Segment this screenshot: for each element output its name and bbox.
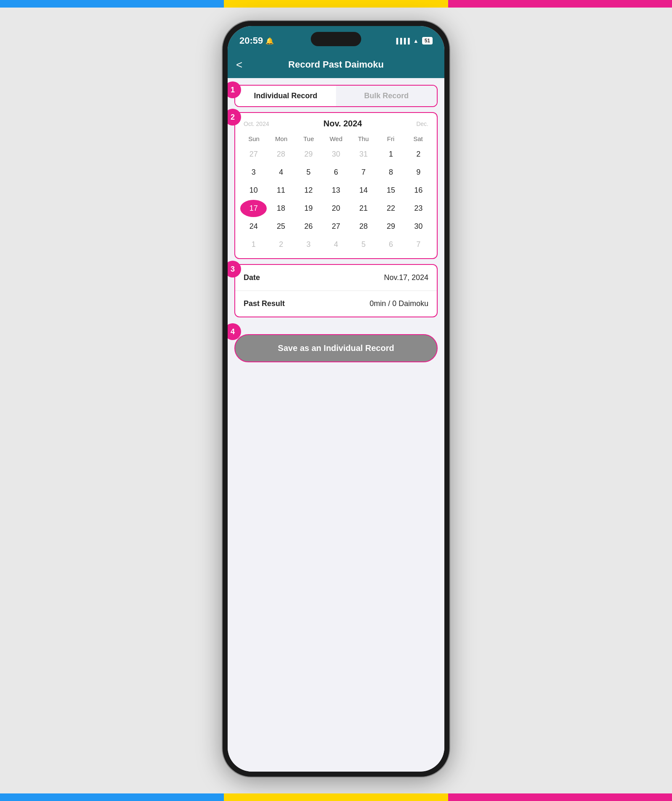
cal-day-16[interactable]: 16	[405, 182, 432, 199]
weekday-fri: Fri	[377, 134, 404, 144]
time-display: 20:59	[239, 35, 263, 46]
weekday-mon: Mon	[268, 134, 295, 144]
page-wrapper: 20:59 🔔 ▐▐▐▐ ▲ 51 < Record Past Daimoku	[0, 0, 672, 801]
bottom-bar	[0, 793, 672, 801]
cal-day-17-selected[interactable]: 17	[240, 200, 267, 217]
weekday-wed: Wed	[322, 134, 349, 144]
cal-prev-day[interactable]: 28	[268, 146, 294, 163]
cal-day-28[interactable]: 28	[350, 218, 377, 235]
main-content: Individual Record Bulk Record 1	[228, 78, 444, 772]
bottom-bar-yellow	[224, 793, 448, 801]
cal-prev-day[interactable]: 31	[350, 146, 377, 163]
cal-day-13[interactable]: 13	[323, 182, 349, 199]
cal-day-7[interactable]: 7	[350, 164, 377, 181]
tab-switcher: Individual Record Bulk Record	[234, 85, 438, 107]
bell-icon: 🔔	[265, 37, 274, 45]
signal-icon: ▐▐▐▐	[394, 38, 410, 44]
cal-day-30[interactable]: 30	[405, 218, 432, 235]
weekday-tue: Tue	[295, 134, 322, 144]
phone-frame: 20:59 🔔 ▐▐▐▐ ▲ 51 < Record Past Daimoku	[223, 21, 449, 777]
calendar-weekdays: Sun Mon Tue Wed Thu Fri Sat	[240, 132, 432, 146]
cal-next-day[interactable]: 6	[378, 236, 404, 253]
back-button[interactable]: <	[236, 58, 242, 71]
calendar-prev-label: Oct. 2024	[244, 120, 269, 127]
wifi-icon: ▲	[413, 38, 419, 44]
cal-day-11[interactable]: 11	[268, 182, 294, 199]
result-row: Past Result 0min / 0 Daimoku	[235, 291, 437, 317]
date-value: Nov.17, 2024	[384, 273, 428, 282]
cal-day-3[interactable]: 3	[240, 164, 267, 181]
cal-day-20[interactable]: 20	[323, 200, 349, 217]
cal-day-26[interactable]: 26	[295, 218, 322, 235]
cal-day-12[interactable]: 12	[295, 182, 322, 199]
weekday-sun: Sun	[240, 134, 268, 144]
nav-bar: < Record Past Daimoku	[228, 51, 444, 78]
cal-next-day[interactable]: 7	[405, 236, 432, 253]
date-label: Date	[244, 273, 260, 282]
battery-badge: 51	[422, 37, 433, 44]
result-value: 0min / 0 Daimoku	[370, 299, 428, 308]
calendar-grid: 27 28 29 30 31 1 2 3 4 5 6	[240, 146, 432, 253]
bottom-bar-pink	[448, 793, 672, 801]
cal-next-day[interactable]: 1	[240, 236, 267, 253]
date-row: Date Nov.17, 2024	[235, 265, 437, 291]
nav-title: Record Past Daimoku	[288, 59, 383, 70]
weekday-thu: Thu	[350, 134, 377, 144]
top-bar-pink	[448, 0, 672, 8]
screen-content: 20:59 🔔 ▐▐▐▐ ▲ 51 < Record Past Daimoku	[228, 26, 444, 772]
cal-next-day[interactable]: 3	[295, 236, 322, 253]
status-right: ▐▐▐▐ ▲ 51	[394, 37, 433, 44]
cal-day-22[interactable]: 22	[378, 200, 404, 217]
cal-day-5[interactable]: 5	[295, 164, 322, 181]
cal-day-21[interactable]: 21	[350, 200, 377, 217]
top-bar	[0, 0, 672, 8]
calendar-header: Oct. 2024 Nov. 2024 Dec.	[240, 113, 432, 132]
top-bar-blue	[0, 0, 224, 8]
cal-day-4[interactable]: 4	[268, 164, 294, 181]
cal-day-25[interactable]: 25	[268, 218, 294, 235]
result-label: Past Result	[244, 299, 285, 308]
info-section: Date Nov.17, 2024 Past Result 0min / 0 D…	[234, 264, 438, 317]
save-button[interactable]: Save as an Individual Record	[234, 334, 438, 362]
calendar-month-title: Nov. 2024	[323, 119, 362, 128]
cal-day-1[interactable]: 1	[378, 146, 404, 163]
cal-prev-day[interactable]: 27	[240, 146, 267, 163]
cal-day-27[interactable]: 27	[323, 218, 349, 235]
cal-prev-day[interactable]: 30	[323, 146, 349, 163]
save-area: 4 Save as an Individual Record	[228, 317, 444, 371]
cal-day-2[interactable]: 2	[405, 146, 432, 163]
dynamic-island	[311, 32, 361, 46]
cal-day-18[interactable]: 18	[268, 200, 294, 217]
cal-day-9[interactable]: 9	[405, 164, 432, 181]
tab-bulk-record[interactable]: Bulk Record	[336, 86, 437, 106]
cal-day-14[interactable]: 14	[350, 182, 377, 199]
status-bar: 20:59 🔔 ▐▐▐▐ ▲ 51	[228, 26, 444, 51]
weekday-sat: Sat	[404, 134, 432, 144]
cal-day-6[interactable]: 6	[323, 164, 349, 181]
cal-day-29[interactable]: 29	[378, 218, 404, 235]
cal-day-15[interactable]: 15	[378, 182, 404, 199]
cal-day-8[interactable]: 8	[378, 164, 404, 181]
cal-day-24[interactable]: 24	[240, 218, 267, 235]
top-bar-yellow	[224, 0, 448, 8]
cal-next-day[interactable]: 5	[350, 236, 377, 253]
cal-next-day[interactable]: 2	[268, 236, 294, 253]
bottom-bar-blue	[0, 793, 224, 801]
phone-screen: 20:59 🔔 ▐▐▐▐ ▲ 51 < Record Past Daimoku	[228, 26, 444, 772]
cal-day-19[interactable]: 19	[295, 200, 322, 217]
cal-day-10[interactable]: 10	[240, 182, 267, 199]
cal-day-23[interactable]: 23	[405, 200, 432, 217]
cal-prev-day[interactable]: 29	[295, 146, 322, 163]
tab-individual-record[interactable]: Individual Record	[235, 86, 336, 106]
status-time: 20:59 🔔	[239, 35, 274, 46]
cal-next-day[interactable]: 4	[323, 236, 349, 253]
calendar-section: Oct. 2024 Nov. 2024 Dec. Sun Mon Tue Wed…	[234, 112, 438, 259]
calendar-next-label: Dec.	[416, 120, 428, 127]
